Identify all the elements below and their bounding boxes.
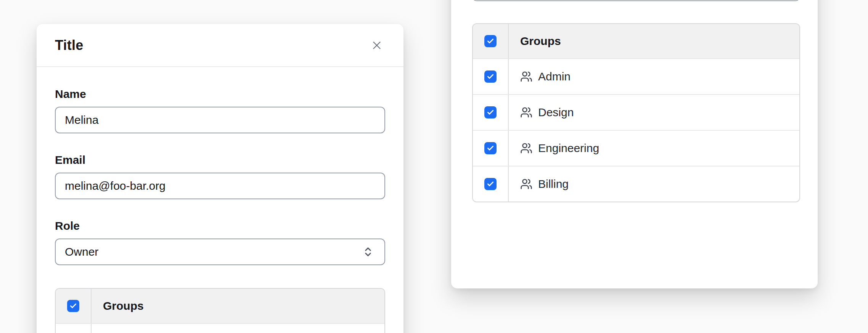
check-icon (487, 109, 494, 116)
select-all-checkbox[interactable] (484, 35, 497, 47)
row-content: Admin (509, 59, 799, 94)
groups-panel-body: Groups (451, 0, 818, 288)
email-input[interactable] (55, 173, 385, 199)
check-icon (487, 73, 494, 80)
row-checkbox-cell (56, 324, 92, 333)
check-icon (487, 37, 494, 45)
group-row-label: Billing (538, 178, 569, 191)
group-row-label: Admin (538, 70, 571, 83)
row-content (92, 324, 384, 333)
email-label: Email (55, 154, 385, 166)
dialog-body: Name Email Role Owner (37, 67, 403, 333)
partial-input-top-edge (472, 0, 800, 1)
name-label: Name (55, 88, 385, 101)
row-checkbox[interactable] (484, 178, 497, 190)
group-row-admin[interactable]: Admin (473, 58, 799, 94)
groups-header-label: Groups (509, 24, 799, 58)
row-checkbox[interactable] (484, 70, 497, 83)
groups-panel: Groups (451, 0, 818, 288)
users-icon (520, 142, 532, 154)
name-input[interactable] (55, 107, 385, 133)
users-icon (520, 178, 532, 190)
groups-table: Groups (472, 23, 800, 202)
group-row-engineering[interactable]: Engineering (473, 130, 799, 166)
role-select[interactable]: Owner (55, 239, 385, 265)
row-checkbox-cell (473, 95, 509, 130)
group-row-billing[interactable]: Billing (473, 166, 799, 202)
chevrons-up-down-icon (362, 246, 374, 258)
row-checkbox-cell (473, 166, 509, 202)
close-button[interactable] (368, 37, 385, 54)
row-checkbox[interactable] (484, 106, 497, 118)
edit-user-dialog: Title Name Email Role Owner (37, 24, 403, 333)
row-content: Billing (509, 166, 799, 202)
group-row-design[interactable]: Design (473, 94, 799, 130)
users-icon (520, 70, 532, 83)
x-icon (370, 39, 383, 52)
check-icon (487, 144, 494, 152)
users-icon (520, 106, 532, 118)
row-checkbox[interactable] (484, 142, 497, 154)
groups-table-header: Groups (473, 24, 799, 58)
role-selected-value: Owner (65, 245, 98, 258)
groups-header-label: Groups (92, 289, 384, 323)
header-checkbox-cell (473, 24, 509, 58)
dialog-header: Title (37, 24, 403, 67)
select-all-checkbox[interactable] (67, 300, 79, 312)
group-row-label: Engineering (538, 142, 599, 155)
row-checkbox-cell (473, 59, 509, 94)
check-icon (69, 302, 77, 310)
groups-table: Groups (55, 288, 385, 333)
row-content: Design (509, 95, 799, 130)
groups-table-header: Groups (56, 289, 384, 323)
table-row-partial[interactable] (56, 323, 384, 333)
check-icon (487, 180, 494, 188)
group-row-label: Design (538, 106, 574, 119)
role-label: Role (55, 219, 385, 232)
row-checkbox-cell (473, 131, 509, 166)
dialog-title: Title (55, 37, 83, 53)
header-checkbox-cell (56, 289, 92, 323)
row-content: Engineering (509, 131, 799, 166)
